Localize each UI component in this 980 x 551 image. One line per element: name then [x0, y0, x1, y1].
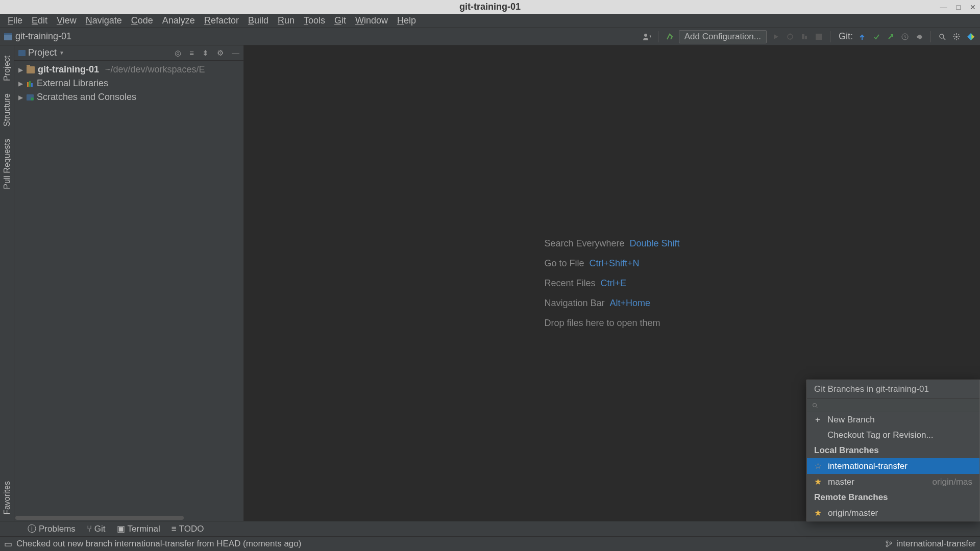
- minimize-icon[interactable]: —: [940, 3, 947, 11]
- menu-analyze[interactable]: Analyze: [158, 14, 200, 28]
- build-icon[interactable]: [665, 32, 675, 42]
- window-titlebar: git-training-01 — □ ✕: [0, 0, 980, 14]
- status-branch[interactable]: international-transfer: [896, 539, 976, 549]
- git-push-icon[interactable]: [886, 32, 896, 42]
- menu-build[interactable]: Build: [243, 14, 273, 28]
- welcome-hint: Drop files here to open them: [544, 318, 679, 329]
- scratch-icon: [27, 94, 34, 101]
- branch-item[interactable]: ★masterorigin/mas: [807, 474, 979, 490]
- stop-icon[interactable]: [814, 32, 824, 42]
- welcome-hint: Go to FileCtrl+Shift+N: [544, 258, 679, 269]
- menu-view[interactable]: View: [52, 14, 81, 28]
- welcome-hint: Search EverywhereDouble Shift: [544, 238, 679, 249]
- menu-refactor[interactable]: Refactor: [200, 14, 243, 28]
- git-revert-icon[interactable]: [914, 32, 924, 42]
- list-icon: ≡: [172, 524, 177, 534]
- menubar: FileEditViewNavigateCodeAnalyzeRefactorB…: [0, 14, 980, 28]
- svg-line-16: [954, 34, 955, 35]
- project-tree: ▶ git-training-01 ~/dev/dev/workspaces/E…: [14, 61, 243, 106]
- gutter-tab-project[interactable]: Project: [1, 49, 13, 87]
- breadcrumb-project[interactable]: git-training-01: [15, 31, 71, 42]
- menu-window[interactable]: Window: [351, 14, 393, 28]
- target-icon[interactable]: ◎: [175, 48, 181, 58]
- search-icon[interactable]: [937, 32, 947, 42]
- expand-icon[interactable]: ≡: [189, 48, 194, 58]
- tool-todo[interactable]: ≡TODO: [172, 523, 204, 535]
- svg-point-25: [31, 97, 34, 101]
- welcome-hint: Navigation BarAlt+Home: [544, 298, 679, 309]
- hide-icon[interactable]: —: [232, 48, 239, 58]
- svg-point-2: [644, 34, 647, 37]
- popup-search[interactable]: [807, 398, 979, 412]
- debug-icon[interactable]: [785, 32, 795, 42]
- tool-terminal[interactable]: ▣Terminal: [117, 523, 160, 535]
- svg-point-27: [886, 545, 888, 547]
- popup-action[interactable]: +New Branch: [807, 412, 979, 428]
- svg-point-9: [940, 34, 944, 38]
- add-configuration-button[interactable]: Add Configuration...: [679, 30, 767, 43]
- menu-navigate[interactable]: Navigate: [81, 14, 127, 28]
- gear-icon[interactable]: ⚙: [217, 48, 224, 58]
- horizontal-scrollbar[interactable]: [15, 516, 184, 520]
- popup-search-input[interactable]: [821, 401, 974, 410]
- tree-item-external-libraries[interactable]: ▶ External Libraries: [14, 77, 243, 90]
- settings-icon[interactable]: [951, 32, 962, 42]
- tool-problems[interactable]: ⓘProblems: [28, 523, 76, 535]
- git-update-icon[interactable]: [857, 32, 867, 42]
- run-icon[interactable]: [771, 32, 781, 42]
- window-title: git-training-01: [459, 2, 521, 12]
- star-icon[interactable]: ★: [814, 508, 822, 518]
- menu-git[interactable]: Git: [330, 14, 351, 28]
- svg-line-30: [816, 407, 818, 408]
- tool-git[interactable]: ⑂Git: [87, 523, 106, 535]
- search-icon: [812, 403, 818, 409]
- left-gutter: Project Structure Pull Requests Favorite…: [0, 45, 14, 521]
- svg-line-10: [943, 38, 945, 40]
- coverage-icon[interactable]: [799, 32, 810, 42]
- menu-help[interactable]: Help: [393, 14, 421, 28]
- gutter-tab-favorites[interactable]: Favorites: [1, 475, 13, 521]
- close-icon[interactable]: ✕: [970, 3, 976, 11]
- menu-file[interactable]: File: [3, 14, 27, 28]
- sidebar-title[interactable]: Project ▼: [18, 47, 64, 58]
- menu-code[interactable]: Code: [127, 14, 158, 28]
- tree-item-root[interactable]: ▶ git-training-01 ~/dev/dev/workspaces/E: [14, 63, 243, 77]
- svg-rect-22: [29, 81, 31, 87]
- svg-point-11: [955, 36, 958, 38]
- project-sidebar: Project ▼ ◎ ≡ ⇟ ⚙ — ▶ git-training-01 ~/…: [14, 45, 244, 521]
- branch-item[interactable]: ★origin/master: [807, 505, 979, 521]
- svg-line-19: [958, 34, 959, 35]
- svg-point-28: [890, 542, 892, 544]
- project-icon: [4, 33, 12, 40]
- user-icon[interactable]: ▼: [642, 32, 652, 42]
- info-icon: ⓘ: [28, 523, 36, 535]
- branch-item[interactable]: ☆international-transfer: [807, 458, 979, 474]
- collapse-icon[interactable]: ⇟: [202, 48, 209, 58]
- tree-item-scratches[interactable]: ▶ Scratches and Consoles: [14, 90, 243, 104]
- menu-tools[interactable]: Tools: [299, 14, 330, 28]
- folder-icon: [27, 66, 35, 73]
- git-history-icon[interactable]: [900, 32, 910, 42]
- menu-run[interactable]: Run: [273, 14, 299, 28]
- remote-branches-header: Remote Branches: [807, 490, 979, 505]
- git-commit-icon[interactable]: [871, 32, 881, 42]
- menu-edit[interactable]: Edit: [27, 14, 52, 28]
- ide-logo-icon[interactable]: [966, 32, 976, 42]
- svg-rect-20: [18, 50, 26, 56]
- branch-icon: [885, 540, 892, 547]
- maximize-icon[interactable]: □: [957, 3, 961, 11]
- gutter-tab-structure[interactable]: Structure: [1, 87, 13, 133]
- gutter-tab-pull-requests[interactable]: Pull Requests: [1, 133, 13, 195]
- terminal-icon: ▣: [117, 523, 125, 534]
- star-icon[interactable]: ☆: [814, 461, 822, 471]
- chevron-right-icon[interactable]: ▶: [17, 66, 23, 73]
- chevron-right-icon[interactable]: ▶: [17, 80, 23, 87]
- star-icon[interactable]: ★: [814, 477, 822, 487]
- popup-action[interactable]: Checkout Tag or Revision...: [807, 428, 979, 443]
- chevron-right-icon[interactable]: ▶: [17, 94, 23, 101]
- welcome-hint: Recent FilesCtrl+E: [544, 278, 679, 289]
- folder-icon: [18, 50, 26, 56]
- plus-icon: +: [814, 415, 821, 425]
- status-icon[interactable]: ▭: [4, 539, 12, 549]
- svg-line-17: [958, 38, 959, 39]
